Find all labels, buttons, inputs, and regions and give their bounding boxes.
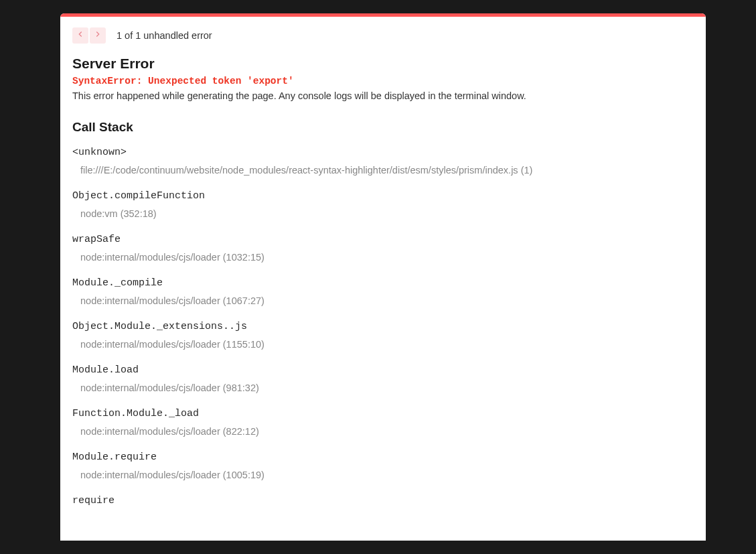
call-stack-heading: Call Stack — [72, 120, 694, 135]
stack-frame: Object.Module._extensions..jsnode:intern… — [72, 321, 694, 350]
stack-frame-name: require — [72, 495, 694, 506]
error-scroll-area[interactable]: 1 of 1 unhandled error Server Error Synt… — [60, 17, 706, 541]
stack-frame-location: node:vm (352:18) — [72, 208, 694, 219]
call-stack-list: <unknown>file:///E:/code/continuum/websi… — [72, 147, 694, 506]
stack-frame-location: node:internal/modules/cjs/loader (1067:2… — [72, 295, 694, 306]
overflow-spacer — [72, 521, 694, 541]
error-description: This error happened while generating the… — [72, 90, 694, 101]
stack-frame-location: node:internal/modules/cjs/loader (981:32… — [72, 383, 694, 393]
stack-frame: <unknown>file:///E:/code/continuum/websi… — [72, 147, 694, 176]
error-overlay: 1 of 1 unhandled error Server Error Synt… — [60, 13, 706, 541]
stack-frame-name: Module.require — [72, 452, 694, 463]
stack-frame-name: Module.load — [72, 364, 694, 376]
stack-frame-location: node:internal/modules/cjs/loader (1005:1… — [72, 470, 694, 480]
stack-frame-name: Object.compileFunction — [72, 190, 694, 202]
stack-frame: Module.loadnode:internal/modules/cjs/loa… — [72, 364, 694, 393]
stack-frame-name: Module._compile — [72, 277, 694, 289]
error-title: Server Error — [72, 56, 694, 72]
stack-frame-location: file:///E:/code/continuum/website/node_m… — [72, 165, 694, 176]
next-error-button[interactable] — [90, 27, 106, 44]
prev-error-button[interactable] — [72, 27, 88, 44]
stack-frame: require — [72, 495, 694, 506]
stack-frame: Object.compileFunctionnode:vm (352:18) — [72, 190, 694, 219]
stack-frame-name: Function.Module._load — [72, 408, 694, 419]
stack-frame-location: node:internal/modules/cjs/loader (1032:1… — [72, 252, 694, 263]
error-nav-row: 1 of 1 unhandled error — [72, 27, 694, 44]
stack-frame: wrapSafenode:internal/modules/cjs/loader… — [72, 234, 694, 263]
stack-frame-name: wrapSafe — [72, 234, 694, 245]
error-counter: 1 of 1 unhandled error — [117, 30, 212, 41]
error-message: SyntaxError: Unexpected token 'export' — [72, 76, 694, 86]
stack-frame: Module._compilenode:internal/modules/cjs… — [72, 277, 694, 306]
stack-frame-location: node:internal/modules/cjs/loader (822:12… — [72, 426, 694, 437]
stack-frame-location: node:internal/modules/cjs/loader (1155:1… — [72, 339, 694, 350]
arrow-left-icon — [76, 29, 85, 42]
stack-frame-name: Object.Module._extensions..js — [72, 321, 694, 332]
stack-frame-name: <unknown> — [72, 147, 694, 158]
stack-frame: Function.Module._loadnode:internal/modul… — [72, 408, 694, 437]
arrow-right-icon — [93, 29, 102, 42]
stack-frame: Module.requirenode:internal/modules/cjs/… — [72, 452, 694, 480]
